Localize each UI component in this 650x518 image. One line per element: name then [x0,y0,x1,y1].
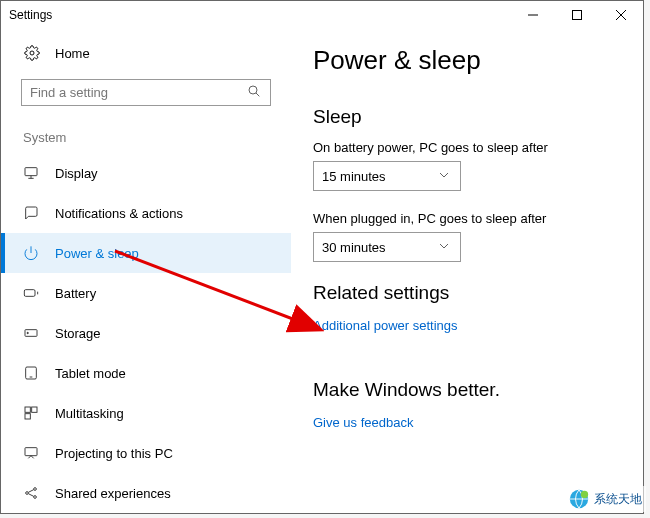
search-icon [246,83,262,103]
power-icon [21,245,41,261]
gear-icon [23,45,41,61]
battery-sleep-value: 15 minutes [322,169,436,184]
give-feedback-link[interactable]: Give us feedback [313,415,413,430]
svg-line-25 [28,494,33,497]
related-heading: Related settings [313,282,623,304]
svg-point-5 [249,86,257,94]
svg-rect-17 [25,407,30,412]
watermark-text: 系统天地 [594,491,642,508]
home-nav[interactable]: Home [21,39,271,75]
content-area: Home System Display [1,29,643,513]
svg-point-22 [34,488,37,491]
projecting-icon [21,445,41,461]
feedback-heading: Make Windows better. [313,379,623,401]
sidebar-item-projecting[interactable]: Projecting to this PC [21,433,271,473]
sidebar-item-multitasking[interactable]: Multitasking [21,393,271,433]
sidebar: Home System Display [1,29,291,513]
additional-power-settings-link[interactable]: Additional power settings [313,318,458,333]
sidebar-item-label: Battery [55,286,96,301]
battery-sleep-select[interactable]: 15 minutes [313,161,461,191]
battery-sleep-label: On battery power, PC goes to sleep after [313,140,623,155]
sidebar-item-notifications[interactable]: Notifications & actions [21,193,271,233]
globe-icon [568,488,590,510]
sidebar-item-label: Projecting to this PC [55,446,173,461]
sidebar-item-label: Display [55,166,98,181]
svg-rect-18 [32,407,37,412]
svg-point-4 [30,51,34,55]
message-icon [21,205,41,221]
titlebar: Settings [1,1,643,29]
svg-point-23 [34,496,37,499]
multitasking-icon [21,405,41,421]
sidebar-item-label: Power & sleep [55,246,139,261]
sidebar-item-label: Multitasking [55,406,124,421]
sidebar-item-label: Notifications & actions [55,206,183,221]
svg-point-29 [581,491,588,498]
close-button[interactable] [599,1,643,29]
sidebar-item-tablet-mode[interactable]: Tablet mode [21,353,271,393]
home-label: Home [55,46,90,61]
plugged-sleep-label: When plugged in, PC goes to sleep after [313,211,623,226]
sidebar-item-label: Storage [55,326,101,341]
svg-point-14 [27,332,28,333]
settings-window: Settings Home [0,0,644,514]
sidebar-item-power-sleep[interactable]: Power & sleep [1,233,291,273]
tablet-icon [21,365,41,381]
plugged-sleep-select[interactable]: 30 minutes [313,232,461,262]
svg-point-21 [26,492,29,495]
window-title: Settings [9,8,511,22]
share-icon [21,485,41,501]
svg-rect-20 [25,448,37,456]
sidebar-item-label: Tablet mode [55,366,126,381]
sleep-heading: Sleep [313,106,623,128]
battery-icon [21,285,41,301]
monitor-icon [21,165,41,181]
sidebar-group-header: System [21,130,271,145]
svg-rect-1 [573,11,582,20]
search-input[interactable] [30,85,246,100]
chevron-down-icon [436,238,452,257]
minimize-button[interactable] [511,1,555,29]
svg-line-24 [28,490,33,493]
sidebar-item-storage[interactable]: Storage [21,313,271,353]
svg-rect-11 [24,290,35,297]
watermark: 系统天地 [564,486,646,512]
storage-icon [21,325,41,341]
sidebar-nav: Display Notifications & actions Power & … [21,153,271,513]
plugged-sleep-value: 30 minutes [322,240,436,255]
svg-line-6 [256,93,259,96]
window-controls [511,1,643,29]
sidebar-item-label: Shared experiences [55,486,171,501]
svg-rect-7 [25,168,37,176]
page-title: Power & sleep [313,45,623,76]
search-box[interactable] [21,79,271,106]
main-panel: Power & sleep Sleep On battery power, PC… [291,29,643,513]
svg-rect-19 [25,414,30,419]
sidebar-item-display[interactable]: Display [21,153,271,193]
sidebar-item-shared-experiences[interactable]: Shared experiences [21,473,271,513]
sidebar-item-battery[interactable]: Battery [21,273,271,313]
chevron-down-icon [436,167,452,186]
maximize-button[interactable] [555,1,599,29]
